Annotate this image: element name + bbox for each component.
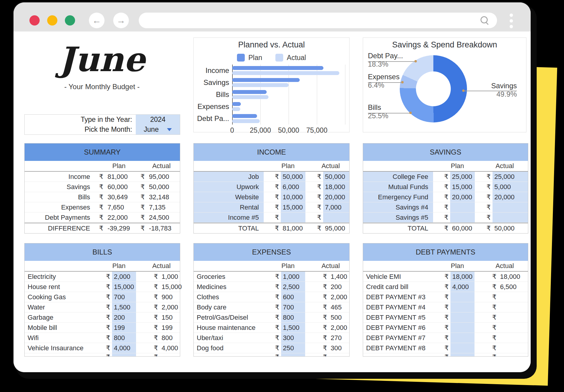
plan-value[interactable]: 15,000 bbox=[112, 282, 136, 292]
forward-button[interactable]: → bbox=[113, 13, 129, 28]
plan-value[interactable]: 200 bbox=[112, 312, 136, 322]
row-label: Mobile bill bbox=[25, 323, 104, 333]
plan-value[interactable]: 4,000 bbox=[450, 282, 475, 292]
table-title-text: SAVINGS bbox=[430, 148, 461, 156]
actual-value[interactable]: 199 bbox=[160, 323, 180, 333]
actual-value[interactable]: 2,000 bbox=[329, 323, 349, 333]
year-input[interactable]: 2024 bbox=[136, 115, 180, 125]
plan-value[interactable]: 250 bbox=[281, 343, 305, 353]
url-bar[interactable] bbox=[139, 13, 497, 28]
actual-value[interactable]: 50,000 bbox=[323, 172, 349, 182]
plan-value[interactable] bbox=[450, 312, 475, 322]
actual-value[interactable]: 18,000 bbox=[323, 182, 349, 192]
plan-value[interactable]: 1,000 bbox=[281, 272, 305, 282]
bar-plot-area: IncomeSavingsBillsExpensesDebt Pa... bbox=[232, 65, 347, 125]
plan-value[interactable] bbox=[450, 202, 475, 212]
table-footer-row: TOTAL₹60,000₹50,000 bbox=[363, 223, 528, 233]
rupee-symbol: ₹ bbox=[490, 282, 498, 292]
actual-value[interactable]: 900 bbox=[160, 292, 180, 302]
plan-value[interactable]: 800 bbox=[281, 312, 305, 322]
column-headers: PlanActual bbox=[25, 261, 180, 272]
actual-value[interactable]: 5,000 bbox=[493, 182, 528, 192]
actual-value[interactable] bbox=[323, 213, 349, 222]
actual-value[interactable] bbox=[498, 343, 528, 353]
plan-value[interactable]: 300 bbox=[281, 333, 305, 343]
plan-value[interactable]: 199 bbox=[112, 323, 136, 333]
close-button[interactable] bbox=[29, 15, 40, 26]
actual-value[interactable]: 20,000 bbox=[493, 192, 528, 202]
chevron-down-icon[interactable] bbox=[167, 128, 172, 131]
plan-value[interactable]: 10,000 bbox=[281, 192, 305, 202]
overflow-menu-icon[interactable] bbox=[510, 14, 513, 28]
rupee-symbol: ₹ bbox=[152, 282, 160, 292]
actual-value[interactable]: 20,000 bbox=[323, 192, 349, 202]
actual-value[interactable]: 1,400 bbox=[329, 272, 349, 282]
zoom-button[interactable] bbox=[65, 15, 75, 26]
rupee-symbol: ₹ bbox=[273, 302, 281, 312]
rupee-symbol: ₹ bbox=[490, 323, 498, 333]
actual-value[interactable] bbox=[498, 333, 528, 343]
plan-value[interactable]: 1,500 bbox=[112, 302, 136, 312]
plan-value[interactable]: 15,000 bbox=[281, 202, 305, 212]
spacer-cell bbox=[305, 343, 321, 353]
donut-hole bbox=[416, 71, 451, 106]
plan-value[interactable] bbox=[450, 343, 475, 353]
actual-value[interactable]: 200 bbox=[329, 282, 349, 292]
plan-value[interactable] bbox=[450, 333, 475, 343]
month-dropdown[interactable]: June bbox=[136, 125, 180, 134]
plan-value[interactable] bbox=[450, 213, 475, 222]
plan-value[interactable]: 4,000 bbox=[112, 343, 136, 353]
actual-value[interactable] bbox=[498, 302, 528, 312]
actual-value[interactable]: 15,000 bbox=[160, 282, 182, 292]
slice-percentage: 25.5% bbox=[368, 112, 410, 120]
plan-value[interactable]: 50,000 bbox=[281, 172, 305, 182]
plan-value[interactable]: 700 bbox=[112, 292, 136, 302]
actual-value[interactable]: 800 bbox=[160, 333, 180, 343]
plan-value[interactable]: 25,000 bbox=[450, 172, 475, 182]
plan-value[interactable]: 2,000 bbox=[112, 272, 136, 282]
row-label: Income bbox=[25, 172, 95, 182]
actual-value[interactable] bbox=[498, 323, 528, 333]
summary-table: SUMMARYPlanActualIncome₹81,000₹95,000Sav… bbox=[24, 143, 180, 234]
actual-value[interactable]: 1,000 bbox=[160, 272, 180, 282]
actual-value[interactable] bbox=[493, 213, 528, 222]
actual-value-cell: ₹95,000 bbox=[136, 172, 180, 182]
actual-value[interactable]: 25,000 bbox=[493, 172, 528, 182]
plan-value: 60,000 bbox=[108, 183, 128, 191]
actual-value[interactable] bbox=[493, 202, 528, 212]
plan-value[interactable]: 800 bbox=[112, 333, 136, 343]
table-row: House maintenance₹1,500₹2,000 bbox=[194, 323, 349, 333]
actual-value[interactable]: 6,500 bbox=[498, 282, 528, 292]
plan-value[interactable]: 20,000 bbox=[450, 192, 475, 202]
plan-value[interactable]: 18,000 bbox=[450, 272, 475, 282]
plan-value[interactable]: 600 bbox=[281, 292, 305, 302]
footer-label: DIFFERENCE bbox=[25, 223, 95, 233]
actual-value[interactable]: 300 bbox=[329, 343, 349, 353]
plan-value[interactable] bbox=[281, 213, 305, 222]
actual-value[interactable]: 2,000 bbox=[160, 302, 180, 312]
actual-value[interactable]: 4,000 bbox=[160, 343, 180, 353]
actual-value[interactable]: 465 bbox=[329, 302, 349, 312]
actual-value[interactable] bbox=[498, 312, 528, 322]
back-button[interactable]: ← bbox=[89, 13, 105, 28]
plan-value[interactable]: 15,000 bbox=[450, 182, 475, 192]
plan-value[interactable] bbox=[450, 323, 475, 333]
table-row: Debt Payments₹22,000₹24,500 bbox=[25, 213, 180, 223]
actual-value[interactable]: 500 bbox=[329, 312, 349, 322]
plan-value[interactable] bbox=[450, 302, 475, 312]
rupee-symbol: ₹ bbox=[321, 302, 329, 312]
plan-value[interactable]: 6,000 bbox=[281, 182, 305, 192]
actual-value[interactable]: 18,000 bbox=[498, 272, 528, 282]
plan-value[interactable]: 1,500 bbox=[281, 323, 305, 333]
actual-value[interactable]: 7,000 bbox=[323, 202, 349, 212]
plan-value[interactable]: 700 bbox=[281, 302, 305, 312]
actual-value[interactable]: 2,000 bbox=[329, 292, 349, 302]
search-icon[interactable] bbox=[481, 16, 488, 23]
minimize-button[interactable] bbox=[47, 15, 57, 26]
actual-value[interactable]: 270 bbox=[329, 333, 349, 343]
actual-value[interactable] bbox=[498, 292, 528, 302]
plan-value[interactable] bbox=[450, 292, 475, 302]
row-label: Debt Payments bbox=[25, 213, 95, 222]
plan-value[interactable]: 2,500 bbox=[281, 282, 305, 292]
actual-value[interactable]: 150 bbox=[160, 312, 180, 322]
